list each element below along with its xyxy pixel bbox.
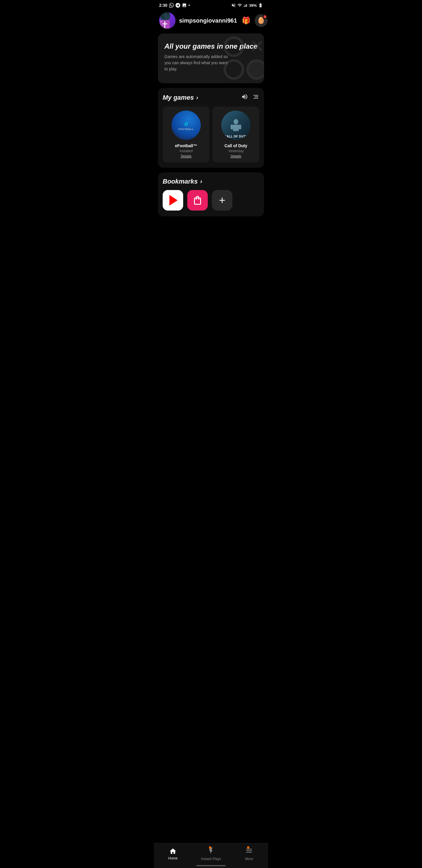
list-icon (252, 93, 259, 100)
my-games-section: My games › ℯ FOOTBALL eFootball™ Install… (158, 88, 264, 168)
ttt-o-2 (224, 59, 244, 80)
youtube-play-icon (169, 195, 177, 206)
header-icons: 🎁 🥚 (240, 14, 267, 27)
svg-rect-2 (246, 4, 247, 7)
promo-banner: All your games in one place Games are au… (158, 33, 264, 83)
section-actions (241, 93, 259, 102)
bookmark-youtube[interactable] (163, 190, 183, 211)
battery-icon (258, 3, 263, 8)
banner-subtitle: Games are automatically added so you can… (164, 54, 229, 72)
efootball-e-logo: ℯ (184, 120, 188, 128)
section-header: My games › (163, 93, 259, 102)
bookmark-shop[interactable] (187, 190, 208, 211)
nav-more-label: More (245, 857, 253, 861)
my-games-arrow: › (196, 94, 198, 101)
home-icon (169, 847, 177, 855)
game-card-cod[interactable]: CALL OF DUTY Call of Duty Yesterday Deta… (213, 106, 259, 162)
nav-divider (196, 865, 226, 866)
username: simpsongiovanni961 (179, 17, 237, 24)
ttt-x-1: ✕ (247, 36, 264, 57)
list-view-button[interactable] (252, 93, 259, 102)
status-right: 39% (231, 3, 263, 8)
avatar[interactable]: 🌑✝️ (159, 12, 175, 29)
bookmark-add[interactable] (212, 190, 232, 211)
efootball-details[interactable]: Details (167, 154, 205, 158)
game-card-efootball[interactable]: ℯ FOOTBALL eFootball™ Installed Details (163, 106, 209, 162)
svg-rect-6 (239, 125, 241, 129)
my-games-title[interactable]: My games › (163, 94, 198, 101)
dot-indicator: • (188, 3, 190, 8)
nav-instant-plays[interactable]: Instant Plays (199, 847, 223, 861)
sound-icon (241, 93, 248, 100)
cod-status: Yesterday (217, 149, 255, 153)
signal-icon (244, 3, 248, 7)
bookmarks-arrow: › (200, 178, 202, 185)
battery-level: 39% (249, 3, 257, 8)
ttt-o-1 (224, 36, 244, 57)
games-grid: ℯ FOOTBALL eFootball™ Installed Details (163, 106, 259, 162)
avatar-emoji: 🌑✝️ (159, 12, 175, 29)
time: 2:30 (159, 3, 167, 8)
nav-home[interactable]: Home (161, 847, 185, 860)
whatsapp-icon (169, 3, 174, 8)
svg-rect-4 (233, 125, 239, 131)
nav-more[interactable]: More (237, 847, 261, 861)
cod-soldier-icon (230, 118, 242, 133)
bookmarks-label: Bookmarks (163, 178, 198, 185)
efootball-text: FOOTBALL (178, 128, 194, 130)
nav-home-label: Home (168, 856, 177, 860)
youtube-inner (163, 190, 183, 211)
svg-rect-1 (245, 5, 246, 7)
bottom-nav: Home Instant Plays More (154, 843, 268, 868)
status-left: 2:30 • (159, 3, 190, 8)
instant-plays-dot (209, 846, 211, 849)
status-bar: 2:30 • 39% (154, 0, 268, 9)
more-dot (247, 846, 249, 849)
gallery-icon (182, 3, 187, 8)
mute-icon (231, 3, 236, 8)
add-icon (218, 195, 227, 205)
cod-icon: CALL OF DUTY (221, 111, 251, 140)
efootball-status: Installed (167, 149, 205, 153)
cod-text: CALL OF DUTY (223, 135, 249, 138)
efootball-name: eFootball™ (167, 144, 205, 148)
telegram-icon (175, 3, 180, 8)
svg-rect-0 (244, 6, 245, 7)
efootball-icon: ℯ FOOTBALL (171, 111, 201, 140)
header: 🌑✝️ simpsongiovanni961 🎁 🥚 (154, 9, 268, 33)
shop-bag-icon (192, 195, 203, 206)
gift-button[interactable]: 🎁 (240, 15, 252, 26)
banner-decoration: ✕ (224, 36, 264, 80)
wifi-icon (237, 3, 242, 8)
my-games-label: My games (163, 94, 194, 101)
nav-instant-plays-label: Instant Plays (201, 857, 221, 861)
profile-button[interactable]: 🥚 (255, 14, 267, 27)
bookmark-apps (163, 190, 259, 214)
cod-details[interactable]: Details (217, 154, 255, 158)
bookmarks-title[interactable]: Bookmarks › (163, 178, 259, 185)
svg-point-3 (234, 119, 238, 124)
svg-rect-5 (231, 125, 233, 129)
ttt-o-3 (247, 59, 264, 80)
sound-button[interactable] (241, 93, 248, 102)
cod-name: Call of Duty (217, 144, 255, 148)
bookmarks-section: Bookmarks › (158, 173, 264, 216)
